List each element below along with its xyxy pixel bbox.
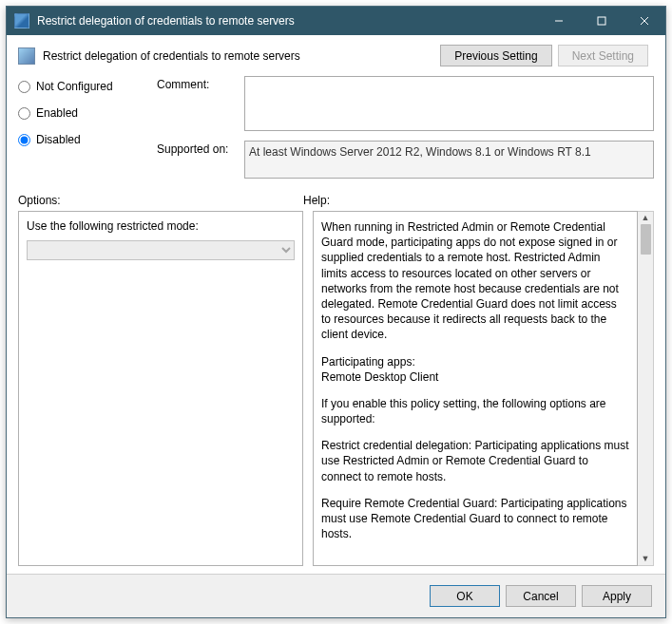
help-text: Remote Desktop Client [321,370,438,384]
previous-setting-button[interactable]: Previous Setting [440,45,551,66]
section-labels: Options: Help: [18,194,654,207]
help-paragraph: When running in Restricted Admin or Remo… [321,219,629,343]
content-area: Restrict delegation of credentials to re… [7,35,665,574]
options-label: Options: [18,194,303,207]
help-text: Participating apps: [321,355,415,369]
state-radio-group: Not Configured Enabled Disabled [18,76,142,188]
radio-enabled[interactable]: Enabled [18,106,142,120]
window-title: Restrict delegation of credentials to re… [37,14,537,28]
supported-text: At least Windows Server 2012 R2, Windows… [244,141,654,179]
cancel-button[interactable]: Cancel [506,585,576,607]
radio-enabled-label: Enabled [36,106,78,120]
details-column: Comment: Supported on: At least Windows … [157,76,654,188]
radio-not-configured-label: Not Configured [36,80,113,93]
comment-row: Comment: [157,76,654,131]
help-paragraph: Restrict credential delegation: Particip… [321,438,629,484]
policy-icon [18,47,35,65]
config-section: Not Configured Enabled Disabled Comment: [18,76,654,188]
titlebar[interactable]: Restrict delegation of credentials to re… [7,7,665,35]
comment-label: Comment: [157,76,244,131]
options-panel: Use the following restricted mode: [18,211,303,566]
help-paragraph: Participating apps: Remote Desktop Clien… [321,354,629,385]
scroll-down-icon[interactable]: ▼ [642,555,650,563]
panels-section: Use the following restricted mode: When … [18,211,654,566]
supported-row: Supported on: At least Windows Server 20… [157,141,654,179]
help-panel: When running in Restricted Admin or Remo… [313,211,638,566]
help-paragraph: If you enable this policy setting, the f… [321,396,629,426]
comment-textarea[interactable] [244,76,654,131]
radio-not-configured[interactable]: Not Configured [18,80,142,93]
policy-name: Restrict delegation of credentials to re… [43,49,440,63]
next-setting-button: Next Setting [558,45,648,66]
app-icon [14,13,29,28]
svg-rect-1 [598,17,605,25]
ok-button[interactable]: OK [430,585,500,607]
footer: OK Cancel Apply [7,574,665,617]
help-paragraph: Require Remote Credential Guard: Partici… [321,496,629,542]
apply-button[interactable]: Apply [582,585,652,607]
policy-editor-window: Restrict delegation of credentials to re… [6,6,666,618]
restricted-mode-label: Use the following restricted mode: [27,219,295,233]
radio-disabled-label: Disabled [36,133,81,146]
radio-disabled-input[interactable] [18,134,30,146]
help-wrap: When running in Restricted Admin or Remo… [313,211,654,566]
minimize-button[interactable] [537,7,580,35]
maximize-button[interactable] [580,7,623,35]
restricted-mode-select [27,240,295,260]
radio-disabled[interactable]: Disabled [18,133,142,146]
help-label: Help: [303,194,330,207]
close-button[interactable] [623,7,665,35]
help-scrollbar[interactable]: ▲ ▼ [638,211,654,566]
radio-not-configured-input[interactable] [18,81,30,93]
scroll-thumb[interactable] [641,224,651,255]
scroll-up-icon[interactable]: ▲ [642,214,650,222]
supported-label: Supported on: [157,141,244,179]
radio-enabled-input[interactable] [18,107,30,120]
header-row: Restrict delegation of credentials to re… [18,45,654,66]
nav-buttons: Previous Setting Next Setting [440,45,648,66]
